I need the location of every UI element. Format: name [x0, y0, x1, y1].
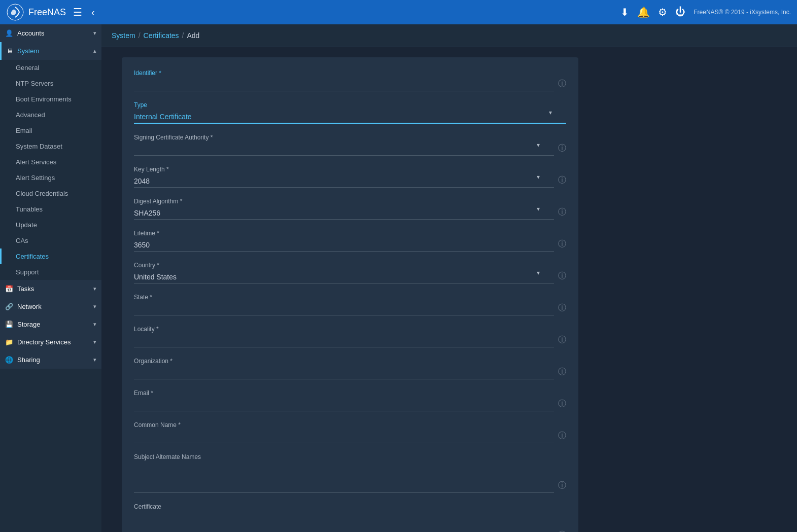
topbar-left: FreeNAS ☰ ‹ — [6, 3, 97, 21]
email-label: Email * — [134, 389, 554, 397]
subject-alt-names-input[interactable] — [134, 463, 554, 493]
storage-label: Storage — [17, 321, 41, 328]
sidebar-item-cas[interactable]: CAs — [0, 233, 101, 249]
digest-algorithm-label: Digest Algorithm * — [134, 198, 554, 205]
sidebar-item-certificates[interactable]: Certificates — [0, 249, 101, 264]
locality-label: Locality * — [134, 326, 554, 333]
sidebar-item-advanced[interactable]: Advanced — [0, 107, 101, 123]
cloud-credentials-label: Cloud Credentials — [16, 190, 68, 197]
signing-ca-field-row: Signing Certificate Authority * ▾ ⓘ — [134, 134, 566, 156]
lifetime-help-icon[interactable]: ⓘ — [558, 239, 566, 250]
sidebar-item-support[interactable]: Support — [0, 264, 101, 280]
key-length-help-icon[interactable]: ⓘ — [558, 175, 566, 186]
sidebar-item-ntp-servers[interactable]: NTP Servers — [0, 76, 101, 91]
key-length-label: Key Length * — [134, 166, 554, 173]
country-select[interactable]: United States Other — [134, 271, 554, 283]
sidebar-item-boot-environments[interactable]: Boot Environments — [0, 91, 101, 107]
breadcrumb-certificates[interactable]: Certificates — [144, 31, 179, 40]
storage-icon: 💾 — [5, 321, 13, 328]
sidebar-item-email[interactable]: Email — [0, 123, 101, 138]
tasks-arrow: ▾ — [93, 286, 96, 292]
certificate-help-icon[interactable]: ⓘ — [558, 530, 566, 532]
storage-arrow: ▾ — [93, 321, 96, 328]
common-name-field-row: Common Name * ⓘ — [134, 421, 566, 443]
locality-help-icon[interactable]: ⓘ — [558, 335, 566, 345]
sidebar-item-tasks[interactable]: 📅 Tasks ▾ — [0, 280, 101, 298]
sidebar-item-sharing[interactable]: 🌐 Sharing ▾ — [0, 351, 101, 369]
logo-text: FreeNAS — [28, 7, 66, 18]
country-help-icon[interactable]: ⓘ — [558, 271, 566, 281]
update-label: Update — [16, 221, 37, 229]
network-arrow: ▾ — [93, 303, 96, 310]
tasks-label: Tasks — [17, 285, 34, 293]
key-length-field-row: Key Length * 1024 2048 4096 ▾ ⓘ — [134, 166, 566, 188]
lifetime-label: Lifetime * — [134, 230, 554, 237]
identifier-label: Identifier * — [134, 69, 554, 77]
identifier-input[interactable] — [134, 79, 554, 91]
sidebar-item-cloud-credentials[interactable]: Cloud Credentials — [0, 186, 101, 201]
certificates-label: Certificates — [16, 253, 49, 260]
tasks-icon: 📅 — [5, 285, 13, 293]
breadcrumb-system[interactable]: System — [112, 31, 135, 40]
email-field: Email * — [134, 389, 554, 411]
lifetime-field-row: Lifetime * ⓘ — [134, 230, 566, 252]
topbar-icons: ⬇ 🔔 ⚙ ⏻ — [620, 6, 685, 18]
certificate-field: Certificate — [134, 503, 554, 532]
locality-field: Locality * — [134, 326, 554, 347]
country-field: Country * United States Other ▾ — [134, 262, 554, 283]
sidebar-item-accounts[interactable]: 👤 Accounts ▾ — [0, 24, 101, 42]
back-icon[interactable]: ‹ — [89, 5, 97, 20]
state-input[interactable] — [134, 303, 554, 315]
type-select[interactable]: Internal Certificate Certificate Signing… — [134, 111, 566, 124]
email-nav-label: Email — [16, 127, 32, 134]
sidebar-item-directory-services[interactable]: 📁 Directory Services ▾ — [0, 333, 101, 351]
sidebar-item-tunables[interactable]: Tunables — [0, 201, 101, 217]
digest-help-icon[interactable]: ⓘ — [558, 207, 566, 218]
common-name-input[interactable] — [134, 431, 554, 443]
organization-help-icon[interactable]: ⓘ — [558, 367, 566, 377]
locality-input[interactable] — [134, 335, 554, 347]
logo-icon — [6, 3, 24, 21]
email-help-icon[interactable]: ⓘ — [558, 399, 566, 409]
tunables-label: Tunables — [16, 205, 43, 213]
type-field-row: Type Internal Certificate Certificate Si… — [134, 101, 566, 124]
key-length-select[interactable]: 1024 2048 4096 — [134, 175, 554, 188]
common-name-field: Common Name * — [134, 421, 554, 443]
state-help-icon[interactable]: ⓘ — [558, 303, 566, 313]
network-icon: 🔗 — [5, 303, 13, 310]
organization-field-row: Organization * ⓘ — [134, 358, 566, 379]
sidebar-item-alert-services[interactable]: Alert Services — [0, 154, 101, 170]
sidebar-item-general[interactable]: General — [0, 60, 101, 76]
sharing-label: Sharing — [17, 356, 40, 364]
power-icon[interactable]: ⏻ — [675, 6, 685, 18]
sidebar-item-update[interactable]: Update — [0, 217, 101, 233]
sidebar-item-system[interactable]: 🖥 System ▴ — [0, 42, 101, 60]
sidebar-item-system-dataset[interactable]: System Dataset — [0, 138, 101, 154]
settings-icon[interactable]: ⚙ — [658, 6, 667, 18]
signing-ca-select[interactable] — [134, 143, 554, 156]
sidebar-item-storage[interactable]: 💾 Storage ▾ — [0, 315, 101, 333]
lifetime-input[interactable] — [134, 239, 554, 252]
certificate-input[interactable] — [134, 512, 554, 532]
lifetime-field: Lifetime * — [134, 230, 554, 252]
digest-algorithm-select[interactable]: SHA1 SHA224 SHA256 SHA384 SHA512 — [134, 207, 554, 220]
organization-input[interactable] — [134, 367, 554, 379]
topbar: FreeNAS ☰ ‹ ⬇ 🔔 ⚙ ⏻ FreeNAS® © 2019 - iX… — [0, 0, 797, 24]
accounts-arrow: ▾ — [93, 30, 96, 37]
sidebar-item-alert-settings[interactable]: Alert Settings — [0, 170, 101, 186]
identifier-field: Identifier * — [134, 69, 554, 91]
hamburger-icon[interactable]: ☰ — [71, 4, 84, 20]
common-name-help-icon[interactable]: ⓘ — [558, 431, 566, 441]
identifier-field-row: Identifier * ⓘ — [134, 69, 566, 91]
form-card: Identifier * ⓘ Type Internal Certificate… — [122, 57, 578, 532]
sidebar-item-network[interactable]: 🔗 Network ▾ — [0, 298, 101, 315]
notifications-icon[interactable]: 🔔 — [637, 6, 650, 18]
download-icon[interactable]: ⬇ — [620, 6, 629, 18]
support-label: Support — [16, 268, 39, 276]
identifier-help-icon[interactable]: ⓘ — [558, 79, 566, 89]
subject-alt-names-help-icon[interactable]: ⓘ — [558, 480, 566, 491]
email-input[interactable] — [134, 399, 554, 411]
system-label: System — [17, 47, 39, 55]
directory-services-arrow: ▾ — [93, 339, 96, 345]
signing-ca-help-icon[interactable]: ⓘ — [558, 143, 566, 154]
